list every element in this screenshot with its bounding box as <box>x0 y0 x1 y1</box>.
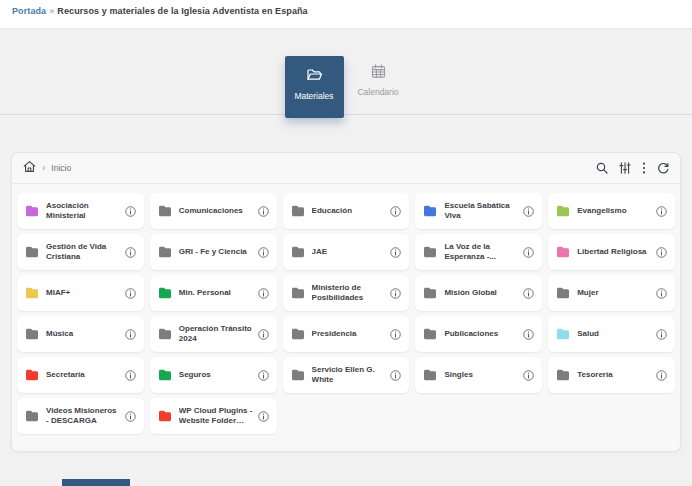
info-circle-icon[interactable] <box>390 288 401 299</box>
folder-icon <box>25 410 39 422</box>
info-circle-icon[interactable] <box>656 370 667 381</box>
refresh-icon[interactable] <box>657 162 669 174</box>
folder-name: WP Cloud Plugins - Website Folder (Use..… <box>179 406 253 427</box>
folder-card[interactable]: Secretaría <box>17 357 144 393</box>
folder-icon <box>291 246 305 258</box>
folder-card[interactable]: Música <box>17 316 144 352</box>
info-circle-icon[interactable] <box>258 329 269 340</box>
folder-icon <box>556 287 570 299</box>
folder-icon <box>556 369 570 381</box>
info-circle-icon[interactable] <box>523 247 534 258</box>
folder-name: Misión Global <box>444 288 518 298</box>
info-circle-icon[interactable] <box>125 206 136 217</box>
folder-name: Servicio Ellen G. White <box>312 365 386 386</box>
info-circle-icon[interactable] <box>258 370 269 381</box>
folder-card[interactable]: La Voz de la Esperanza -... <box>415 234 542 270</box>
search-icon[interactable] <box>596 162 608 174</box>
info-circle-icon[interactable] <box>125 370 136 381</box>
folder-card[interactable]: Escuela Sabática Viva <box>415 193 542 229</box>
tab-materiales-label: Materiales <box>294 91 333 101</box>
info-circle-icon[interactable] <box>656 206 667 217</box>
folder-name: Libertad Religiosa <box>577 247 651 257</box>
folder-card[interactable]: Tesorería <box>548 357 675 393</box>
info-circle-icon[interactable] <box>390 247 401 258</box>
info-circle-icon[interactable] <box>390 329 401 340</box>
folder-icon <box>158 369 172 381</box>
info-circle-icon[interactable] <box>125 288 136 299</box>
folder-card[interactable]: Comunicaciones <box>150 193 277 229</box>
folder-name: Asociación Ministerial <box>46 201 120 222</box>
toolbar-actions <box>596 162 669 174</box>
info-circle-icon[interactable] <box>656 288 667 299</box>
folder-card[interactable]: Publicaciones <box>415 316 542 352</box>
home-icon[interactable] <box>23 159 36 177</box>
folder-name: MIAF+ <box>46 288 120 298</box>
info-circle-icon[interactable] <box>523 370 534 381</box>
folder-icon <box>291 369 305 381</box>
info-circle-icon[interactable] <box>390 370 401 381</box>
folder-card[interactable]: Presidencia <box>283 316 410 352</box>
folder-card[interactable]: MIAF+ <box>17 275 144 311</box>
folder-icon <box>158 410 172 422</box>
folder-card[interactable]: Salud <box>548 316 675 352</box>
info-circle-icon[interactable] <box>125 411 136 422</box>
filter-sliders-icon[interactable] <box>619 162 631 174</box>
info-circle-icon[interactable] <box>125 329 136 340</box>
info-circle-icon[interactable] <box>258 288 269 299</box>
folder-icon <box>291 287 305 299</box>
folder-icon <box>556 205 570 217</box>
folder-name: Escuela Sabática Viva <box>444 201 518 222</box>
info-circle-icon[interactable] <box>258 411 269 422</box>
calendar-icon <box>371 64 386 78</box>
folder-icon <box>423 369 437 381</box>
folder-card[interactable]: Servicio Ellen G. White <box>283 357 410 393</box>
folder-icon <box>158 328 172 340</box>
folder-card[interactable]: Libertad Religiosa <box>548 234 675 270</box>
tab-materiales[interactable]: Materiales <box>285 56 344 118</box>
more-vertical-icon[interactable] <box>642 162 646 174</box>
page-title: Recursos y materiales de la Iglesia Adve… <box>57 6 307 16</box>
folder-card[interactable]: Educación <box>283 193 410 229</box>
folder-icon <box>25 246 39 258</box>
breadcrumb-home-link[interactable]: Portada <box>12 6 46 16</box>
folder-name: Salud <box>577 329 651 339</box>
info-circle-icon[interactable] <box>656 329 667 340</box>
folder-card[interactable]: WP Cloud Plugins - Website Folder (Use..… <box>150 398 277 434</box>
folder-icon <box>423 246 437 258</box>
folder-card[interactable]: Operación Tránsito 2024 <box>150 316 277 352</box>
tab-calendario[interactable]: Calendario <box>349 52 408 114</box>
folder-icon <box>158 287 172 299</box>
folder-grid: Asociación Ministerial Comunicaciones Ed… <box>12 184 680 443</box>
folder-icon <box>291 205 305 217</box>
folder-card[interactable]: Evangelismo <box>548 193 675 229</box>
folder-icon <box>25 328 39 340</box>
folder-icon <box>556 246 570 258</box>
folder-name: Evangelismo <box>577 206 651 216</box>
folder-card[interactable]: GRI - Fe y Ciencia <box>150 234 277 270</box>
info-circle-icon[interactable] <box>523 206 534 217</box>
folder-card[interactable]: Mujer <box>548 275 675 311</box>
folder-card[interactable]: Gestión de Vida Cristiana <box>17 234 144 270</box>
info-circle-icon[interactable] <box>258 247 269 258</box>
folder-name: Videos Misioneros - DESCARGA <box>46 406 120 427</box>
folder-card[interactable]: Videos Misioneros - DESCARGA <box>17 398 144 434</box>
folder-card[interactable]: Ministerio de Posibilidades <box>283 275 410 311</box>
folder-icon <box>25 369 39 381</box>
info-circle-icon[interactable] <box>258 206 269 217</box>
breadcrumb-separator: » <box>46 6 57 16</box>
info-circle-icon[interactable] <box>390 206 401 217</box>
folder-card[interactable]: Misión Global <box>415 275 542 311</box>
info-circle-icon[interactable] <box>523 329 534 340</box>
chevron-right-icon: › <box>42 162 45 173</box>
folder-card[interactable]: Asociación Ministerial <box>17 193 144 229</box>
info-circle-icon[interactable] <box>523 288 534 299</box>
folder-icon <box>423 205 437 217</box>
folder-card[interactable]: Singles <box>415 357 542 393</box>
folder-icon <box>423 287 437 299</box>
info-circle-icon[interactable] <box>125 247 136 258</box>
breadcrumb-path[interactable]: › Inicio <box>23 159 596 177</box>
folder-card[interactable]: Seguros <box>150 357 277 393</box>
folder-card[interactable]: JAE <box>283 234 410 270</box>
info-circle-icon[interactable] <box>656 247 667 258</box>
folder-card[interactable]: Min. Personal <box>150 275 277 311</box>
